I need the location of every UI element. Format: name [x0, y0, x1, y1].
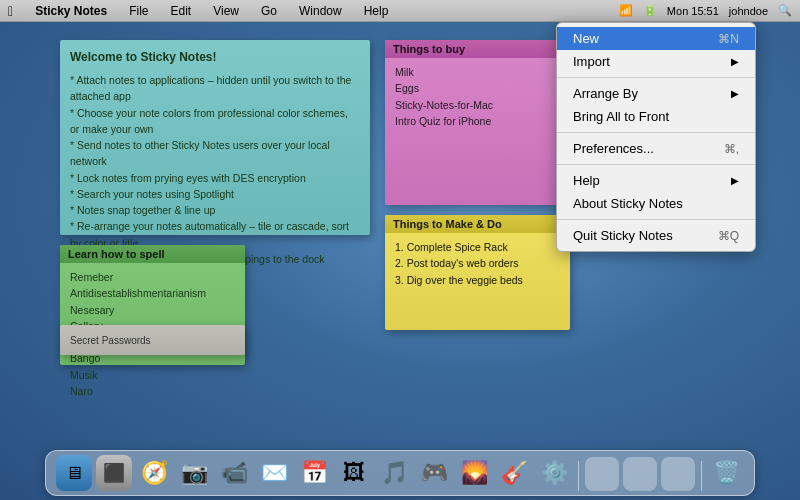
menu-new-label: New — [573, 31, 599, 46]
spotlight-icon[interactable]: 🔍 — [778, 4, 792, 17]
make-note-text: 1. Complete Spice Rack 2. Post today's w… — [395, 239, 560, 288]
separator-4 — [557, 219, 755, 220]
menu-preferences-shortcut: ⌘, — [724, 142, 739, 156]
menu-quit-label: Quit Sticky Notes — [573, 228, 673, 243]
welcome-note[interactable]: Welcome to Sticky Notes! * Attach notes … — [60, 40, 370, 235]
dock-app2[interactable]: 🌄 — [456, 455, 492, 491]
secret-note-title: Secret Passwords — [70, 333, 235, 348]
menu-quit[interactable]: Quit Sticky Notes ⌘Q — [557, 224, 755, 247]
dock-facetime[interactable]: 📹 — [216, 455, 252, 491]
app-name-menu[interactable]: Sticky Notes — [31, 2, 111, 20]
menu-help-arrow: ▶ — [731, 175, 739, 186]
dock-launchpad[interactable]: ⬛ — [96, 455, 132, 491]
menu-bring-all[interactable]: Bring All to Front — [557, 105, 755, 128]
menu-new[interactable]: New ⌘N — [557, 27, 755, 50]
menu-arrange-by[interactable]: Arrange By ▶ — [557, 82, 755, 105]
menu-import-arrow: ▶ — [731, 56, 739, 67]
menu-preferences[interactable]: Preferences... ⌘, — [557, 137, 755, 160]
welcome-heading: Welcome to Sticky Notes! — [70, 50, 216, 64]
menu-arrange-arrow: ▶ — [731, 88, 739, 99]
dock-separator-2 — [701, 461, 702, 491]
buy-note-header: Things to buy — [385, 40, 570, 58]
username: johndoe — [729, 5, 768, 17]
dock-finder[interactable]: 🖥 — [56, 455, 92, 491]
menubar-right: 📶 🔋 Mon 15:51 johndoe 🔍 — [619, 4, 792, 17]
dock-photos[interactable]: 🖼 — [336, 455, 372, 491]
apple-menu[interactable]:  — [8, 3, 13, 19]
dock-systemprefs[interactable]: ⚙️ — [536, 455, 572, 491]
edit-menu[interactable]: Edit — [167, 2, 196, 20]
secret-note[interactable]: Secret Passwords — [60, 325, 245, 355]
dock-placeholder3[interactable] — [661, 457, 695, 491]
view-menu[interactable]: View — [209, 2, 243, 20]
help-menu[interactable]: Help — [360, 2, 393, 20]
menu-arrange-label: Arrange By — [573, 86, 638, 101]
buy-note-text: Milk Eggs Sticky-Notes-for-Mac Intro Qui… — [395, 64, 560, 129]
dock-ical[interactable]: 📅 — [296, 455, 332, 491]
make-note[interactable]: Things to Make & Do 1. Complete Spice Ra… — [385, 215, 570, 330]
menu-bring-all-label: Bring All to Front — [573, 109, 669, 124]
separator-1 — [557, 77, 755, 78]
go-menu[interactable]: Go — [257, 2, 281, 20]
wifi-icon: 📶 — [619, 4, 633, 17]
buy-note-title: Things to buy — [393, 41, 465, 58]
dock-iphoto[interactable]: 📷 — [176, 455, 212, 491]
spelling-note-title: Learn how to spell — [68, 246, 165, 263]
dock-itunes[interactable]: 🎵 — [376, 455, 412, 491]
window-menu[interactable]: Window — [295, 2, 346, 20]
dock-safari[interactable]: 🧭 — [136, 455, 172, 491]
dock-trash[interactable]: 🗑️ — [708, 455, 744, 491]
dock-mail[interactable]: ✉️ — [256, 455, 292, 491]
menu-about[interactable]: About Sticky Notes — [557, 192, 755, 215]
menu-import[interactable]: Import ▶ — [557, 50, 755, 73]
menu-preferences-label: Preferences... — [573, 141, 654, 156]
spelling-note-header: Learn how to spell — [60, 245, 245, 263]
clock: Mon 15:51 — [667, 5, 719, 17]
app-dropdown-menu: New ⌘N Import ▶ Arrange By ▶ Bring All t… — [556, 22, 756, 252]
menubar-left:  Sticky Notes File Edit View Go Window … — [8, 2, 619, 20]
dock-games[interactable]: 🎮 — [416, 455, 452, 491]
file-menu[interactable]: File — [125, 2, 152, 20]
dock-placeholder1[interactable] — [585, 457, 619, 491]
dock-garageband[interactable]: 🎸 — [496, 455, 532, 491]
battery-icon: 🔋 — [643, 4, 657, 17]
dock-placeholder2[interactable] — [623, 457, 657, 491]
menubar:  Sticky Notes File Edit View Go Window … — [0, 0, 800, 22]
menu-import-label: Import — [573, 54, 610, 69]
separator-3 — [557, 164, 755, 165]
menu-about-label: About Sticky Notes — [573, 196, 683, 211]
make-note-header: Things to Make & Do — [385, 215, 570, 233]
menu-help-label: Help — [573, 173, 600, 188]
separator-2 — [557, 132, 755, 133]
menu-new-shortcut: ⌘N — [718, 32, 739, 46]
dock: 🖥 ⬛ 🧭 📷 📹 ✉️ 📅 🖼 🎵 🎮 🌄 🎸 ⚙️ 🗑️ — [45, 450, 755, 496]
menu-help[interactable]: Help ▶ — [557, 169, 755, 192]
menu-quit-shortcut: ⌘Q — [718, 229, 739, 243]
buy-note[interactable]: Things to buy Milk Eggs Sticky-Notes-for… — [385, 40, 570, 205]
make-note-title: Things to Make & Do — [393, 216, 502, 233]
dock-separator-1 — [578, 461, 579, 491]
